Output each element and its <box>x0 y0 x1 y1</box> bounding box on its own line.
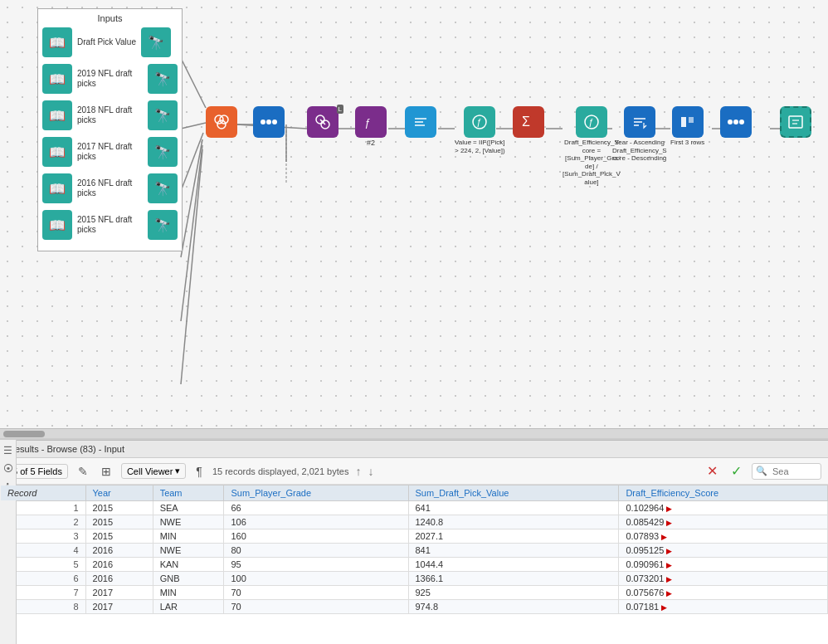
table-row: 32015MIN1602027.10.07893 ▶ <box>1 529 828 544</box>
cell-viewer-arrow: ▾ <box>175 466 180 476</box>
cell-year: 2015 <box>85 515 153 529</box>
cell-year: 2015 <box>85 501 153 515</box>
svg-line-3 <box>181 139 202 257</box>
cell-team: MIN <box>153 529 224 544</box>
formula3-icon[interactable]: ƒ <box>576 106 607 138</box>
records-info: 15 records displayed, 2,021 bytes <box>212 466 349 476</box>
book-icon-2016[interactable]: 📖 <box>42 173 72 203</box>
cell-sum-draft-pick-value: 925 <box>408 586 619 600</box>
table-row: 42016NWE808410.095125 ▶ <box>1 544 828 558</box>
sample-icon[interactable] <box>672 106 704 138</box>
label-2019: 2019 NFL draft picks <box>77 69 143 89</box>
union-icon[interactable] <box>206 106 237 138</box>
table-row: 12015SEA666410.102964 ▶ <box>1 501 828 515</box>
browse3-icon[interactable] <box>780 106 811 138</box>
join-node[interactable]: L <box>307 106 339 138</box>
edit-fields-button[interactable]: ✎ <box>75 463 91 480</box>
formula1-icon[interactable]: ƒ <box>355 106 387 138</box>
col-header-team: Team <box>153 485 224 501</box>
browse1-icon[interactable] <box>253 106 285 138</box>
cell-viewer-label: Cell Viewer <box>127 466 173 476</box>
cell-draft-efficiency: 0.090961 ▶ <box>619 558 828 572</box>
svg-point-22 <box>261 120 265 124</box>
cell-team: MIN <box>153 586 224 600</box>
cell-draft-efficiency: 0.102964 ▶ <box>619 501 828 515</box>
book-icon-2018[interactable]: 📖 <box>42 100 72 130</box>
book-icon-draft-pick[interactable]: 📖 <box>42 27 72 57</box>
summarize-node[interactable]: Σ <box>513 106 544 138</box>
select-icon[interactable] <box>405 106 436 138</box>
book-icon-2017[interactable]: 📖 <box>42 137 72 167</box>
cell-viewer-button[interactable]: Cell Viewer ▾ <box>121 463 186 479</box>
cell-year: 2017 <box>85 600 153 614</box>
sample-node[interactable]: First 3 rows <box>670 106 704 146</box>
cell-sum-player-grade: 160 <box>224 529 408 544</box>
svg-point-21 <box>217 120 226 129</box>
book-icon-2015[interactable]: 📖 <box>42 210 72 240</box>
cell-year: 2017 <box>85 586 153 600</box>
label-2016: 2016 NFL draft picks <box>77 178 143 198</box>
cell-sum-draft-pick-value: 974.8 <box>408 600 619 614</box>
scrollbar-thumb[interactable] <box>3 431 45 437</box>
cell-draft-efficiency: 0.095125 ▶ <box>619 544 828 558</box>
binocular-icon-2019[interactable]: 🔭 <box>148 64 178 94</box>
down-nav-button[interactable]: ↓ <box>368 465 373 478</box>
cell-sum-player-grade: 66 <box>224 501 408 515</box>
input-row-2018: 📖 2018 NFL draft picks 🔭 <box>42 100 178 130</box>
svg-line-4 <box>181 145 202 321</box>
cell-sum-player-grade: 100 <box>224 572 408 586</box>
svg-text:ƒ: ƒ <box>476 117 481 127</box>
cell-sum-player-grade: 70 <box>224 586 408 600</box>
col-header-sum-player-grade: Sum_Player_Grade <box>224 485 408 501</box>
col-header-year: Year <box>85 485 153 501</box>
browse2-icon[interactable] <box>720 106 752 138</box>
confirm-button[interactable]: ✓ <box>728 461 745 481</box>
browse3-node[interactable] <box>780 106 811 138</box>
table-row: 62016GNB1001366.10.073201 ▶ <box>1 572 828 586</box>
binocular-icon-draft-pick[interactable]: 🔭 <box>141 27 171 57</box>
cell-team: GNB <box>153 572 224 586</box>
table-row: 22015NWE1061240.80.085429 ▶ <box>1 515 828 529</box>
eye-icon[interactable]: ⦿ <box>3 463 13 475</box>
col-header-sum-draft-pick-value: Sum_Draft_Pick_Value <box>408 485 619 501</box>
results-header: Results - Browse (83) - Input <box>0 441 828 458</box>
formula2-node[interactable]: ƒ Value = IIF([Pick]> 224, 2, [Value]) <box>455 106 505 154</box>
formula2-icon[interactable]: ƒ <box>464 106 495 138</box>
separator-button[interactable]: ¶ <box>192 463 206 480</box>
close-button[interactable]: ✕ <box>704 461 721 481</box>
label-2018: 2018 NFL draft picks <box>77 105 143 125</box>
input-row-2017: 📖 2017 NFL draft picks 🔭 <box>42 137 178 167</box>
cell-year: 2016 <box>85 558 153 572</box>
svg-rect-41 <box>689 117 694 123</box>
sort2-node[interactable]: Year - AscendingDraft_Efficiency_Score -… <box>612 106 667 163</box>
formula1-node[interactable]: ƒ #2 <box>355 106 387 147</box>
binocular-icon-2017[interactable]: 🔭 <box>148 137 178 167</box>
svg-text:ƒ: ƒ <box>364 116 370 129</box>
svg-point-23 <box>266 120 271 124</box>
svg-text:Σ: Σ <box>522 115 530 129</box>
join-icon[interactable] <box>307 106 339 138</box>
browse1-node[interactable] <box>253 106 285 138</box>
cell-sum-player-grade: 95 <box>224 558 408 572</box>
cell-year: 2016 <box>85 572 153 586</box>
canvas-scrollbar[interactable] <box>0 428 828 438</box>
sort2-icon[interactable] <box>624 106 655 138</box>
up-nav-button[interactable]: ↑ <box>355 465 361 478</box>
book-icon-2019[interactable]: 📖 <box>42 64 72 94</box>
select-node[interactable] <box>405 106 436 138</box>
browse2-node[interactable] <box>720 106 752 138</box>
cell-sum-draft-pick-value: 641 <box>408 501 619 515</box>
union-node[interactable] <box>206 106 237 138</box>
binocular-icon-2016[interactable]: 🔭 <box>148 173 178 203</box>
cell-draft-efficiency: 0.07181 ▶ <box>619 600 828 614</box>
results-panel: Results - Browse (83) - Input ☰ ⦿ ℹ 5 of… <box>0 440 828 644</box>
summarize-icon[interactable]: Σ <box>513 106 544 138</box>
cell-team: LAR <box>153 600 224 614</box>
search-input[interactable] <box>767 465 817 478</box>
binocular-icon-2015[interactable]: 🔭 <box>148 210 178 240</box>
cell-draft-efficiency: 0.073201 ▶ <box>619 572 828 586</box>
binocular-icon-2018[interactable]: 🔭 <box>148 100 178 130</box>
view-fields-button[interactable]: ⊞ <box>98 463 114 480</box>
svg-line-2 <box>181 133 203 191</box>
cell-draft-efficiency: 0.075676 ▶ <box>619 586 828 600</box>
